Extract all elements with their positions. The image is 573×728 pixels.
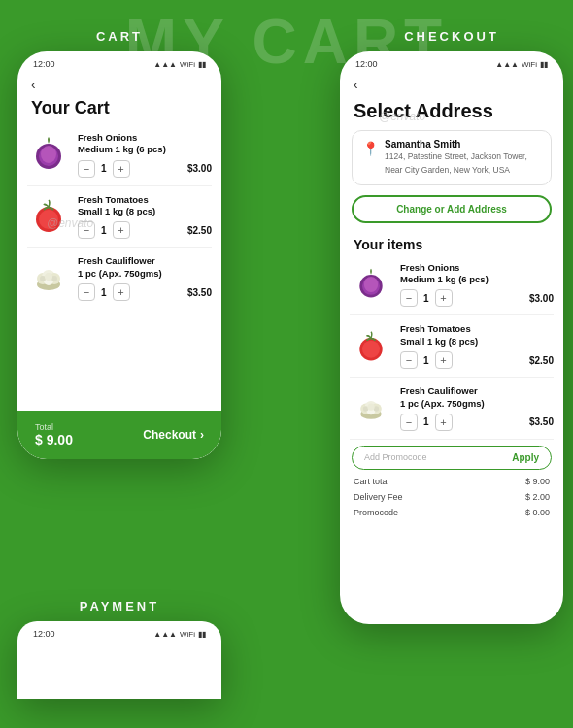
tomato-controls: − 1 + $2.50 — [78, 221, 212, 239]
checkout-tomato-controls: − 1 + $2.50 — [400, 351, 554, 369]
checkout-bar[interactable]: Total $ 9.00 Checkout › — [17, 411, 221, 459]
payment-battery-icon: ▮▮ — [198, 630, 206, 639]
checkout-cauliflower-plus-btn[interactable]: + — [435, 414, 453, 431]
cart-label: CART — [17, 29, 221, 44]
promo-label: Promocode — [354, 508, 398, 517]
tomato-name: Fresh TomatoesSmall 1 kg (8 pcs) — [78, 194, 212, 218]
tomato-qty: 1 — [101, 225, 107, 236]
cauliflower-price: $3.50 — [187, 287, 212, 298]
onion-image — [27, 133, 70, 176]
svg-point-15 — [364, 277, 378, 292]
cart-item-tomato: Fresh TomatoesSmall 1 kg (8 pcs) − 1 + $… — [17, 188, 221, 246]
signal-icon: ▲▲▲ — [153, 60, 177, 69]
tomato-plus-btn[interactable]: + — [113, 221, 130, 239]
onion-price: $3.00 — [187, 163, 212, 174]
checkout-back-button[interactable]: ‹ — [340, 73, 563, 96]
cauliflower-minus-btn[interactable]: − — [78, 283, 95, 301]
cart-item-onion: Fresh OnionsMedium 1 kg (6 pcs) − 1 + $3… — [17, 126, 221, 183]
checkout-onion-controls: − 1 + $3.00 — [400, 289, 554, 307]
checkout-cauliflower-image — [350, 387, 392, 430]
cart-status-icons: ▲▲▲ WiFi ▮▮ — [153, 60, 206, 69]
cart-section: CART 12:00 ▲▲▲ WiFi ▮▮ ‹ Your Cart @enva… — [17, 29, 221, 459]
checkout-onion-qty: 1 — [423, 293, 429, 304]
wifi-icon: WiFi — [180, 60, 195, 69]
onion-details: Fresh OnionsMedium 1 kg (6 pcs) − 1 + $3… — [78, 132, 212, 178]
checkout-section: CHECKOUT 12:00 ▲▲▲ WiFi ▮▮ ‹ Select Addr… — [340, 29, 563, 624]
checkout-onion-plus-btn[interactable]: + — [435, 289, 453, 307]
onion-plus-btn[interactable]: + — [113, 160, 130, 178]
cart-time: 12:00 — [33, 59, 55, 69]
checkout-time: 12:00 — [355, 59, 378, 69]
apply-button[interactable]: Apply — [512, 452, 539, 463]
cauliflower-controls: − 1 + $3.50 — [78, 283, 212, 301]
checkout-item-tomato: Fresh TomatoesSmall 1 kg (8 pcs) − 1 + $… — [340, 317, 563, 375]
change-address-button[interactable]: Change or Add Address — [352, 195, 552, 223]
tomato-minus-btn[interactable]: − — [78, 221, 95, 239]
checkout-phone: 12:00 ▲▲▲ WiFi ▮▮ ‹ Select Address @enva… — [340, 51, 563, 624]
checkout-tomato-details: Fresh TomatoesSmall 1 kg (8 pcs) − 1 + $… — [400, 323, 554, 369]
cart-item-cauliflower: Fresh Cauliflower1 pc (Apx. 750gms) − 1 … — [17, 249, 221, 307]
pin-icon: 📍 — [362, 141, 379, 156]
total-amount: $ 9.00 — [35, 432, 73, 447]
svg-point-4 — [39, 210, 58, 229]
address-name: Samantha Smith — [385, 139, 527, 149]
delivery-value: $ 2.00 — [525, 492, 550, 502]
checkout-onion-details: Fresh OnionsMedium 1 kg (6 pcs) − 1 + $3… — [400, 262, 554, 308]
checkout-tomato-name: Fresh TomatoesSmall 1 kg (8 pcs) — [400, 323, 554, 347]
payment-time: 12:00 — [33, 629, 55, 639]
checkout-divider-2 — [350, 377, 554, 378]
checkout-onion-minus-btn[interactable]: − — [400, 289, 418, 307]
onion-qty: 1 — [101, 163, 107, 174]
checkout-tomato-price: $2.50 — [529, 355, 554, 366]
checkout-chevron-icon: › — [200, 428, 204, 442]
cart-back-button[interactable]: ‹ — [17, 73, 221, 96]
checkout-divider-3 — [350, 439, 554, 440]
promo-value: $ 0.00 — [525, 508, 550, 517]
onion-name: Fresh OnionsMedium 1 kg (6 pcs) — [78, 132, 212, 156]
checkout-status-icons: ▲▲▲ WiFi ▮▮ — [495, 60, 548, 69]
divider-2 — [27, 247, 212, 248]
checkout-cauliflower-minus-btn[interactable]: − — [400, 414, 418, 431]
cart-phone-header: 12:00 ▲▲▲ WiFi ▮▮ — [17, 51, 221, 73]
payment-section: PAYMENT 12:00 ▲▲▲ WiFi ▮▮ — [17, 599, 221, 699]
checkout-onion-price: $3.00 — [529, 293, 554, 304]
svg-point-2 — [41, 146, 56, 163]
summary-delivery: Delivery Fee $ 2.00 — [340, 489, 563, 505]
checkout-cauliflower-price: $3.50 — [529, 416, 554, 427]
summary-promo: Promocode $ 0.00 — [340, 505, 563, 520]
checkout-battery-icon: ▮▮ — [540, 60, 548, 69]
checkout-cauliflower-controls: − 1 + $3.50 — [400, 414, 554, 431]
payment-signal-icon: ▲▲▲ — [153, 630, 177, 639]
cauliflower-qty: 1 — [101, 287, 107, 298]
checkout-cauliflower-name: Fresh Cauliflower1 pc (Apx. 750gms) — [400, 385, 554, 410]
tomato-details: Fresh TomatoesSmall 1 kg (8 pcs) − 1 + $… — [78, 194, 212, 240]
checkout-cauliflower-qty: 1 — [423, 416, 429, 427]
payment-phone-stub: 12:00 ▲▲▲ WiFi ▮▮ — [17, 621, 221, 699]
checkout-label: CHECKOUT — [340, 29, 563, 44]
battery-icon: ▮▮ — [198, 60, 206, 69]
cauliflower-name: Fresh Cauliflower1 pc (Apx. 750gms) — [78, 255, 212, 280]
promo-placeholder[interactable]: Add Promocode — [364, 452, 427, 462]
onion-controls: − 1 + $3.00 — [78, 160, 212, 178]
cart-title: Your Cart — [17, 96, 221, 126]
tomato-image — [27, 195, 70, 238]
checkout-tomato-image — [350, 325, 392, 368]
checkout-onion-name: Fresh OnionsMedium 1 kg (6 pcs) — [400, 262, 554, 286]
onion-minus-btn[interactable]: − — [78, 160, 95, 178]
checkout-btn-label: Checkout — [143, 428, 196, 442]
checkout-onion-image — [350, 263, 392, 306]
svg-point-17 — [362, 341, 380, 358]
checkout-divider-1 — [350, 314, 554, 315]
cart-total-value: $ 9.00 — [525, 477, 550, 486]
checkout-tomato-plus-btn[interactable]: + — [435, 351, 453, 369]
cauliflower-plus-btn[interactable]: + — [113, 283, 130, 301]
address-block: 📍 Samantha Smith 1124, Patestine Street,… — [352, 130, 552, 185]
address-details: Samantha Smith 1124, Patestine Street, J… — [385, 139, 527, 177]
payment-label: PAYMENT — [17, 599, 221, 613]
checkout-button[interactable]: Checkout › — [143, 428, 204, 442]
summary-cart-total: Cart total $ 9.00 — [340, 474, 563, 489]
checkout-title: Select Address — [340, 96, 563, 130]
checkout-item-onion: Fresh OnionsMedium 1 kg (6 pcs) − 1 + $3… — [340, 256, 563, 314]
checkout-phone-header: 12:00 ▲▲▲ WiFi ▮▮ — [340, 51, 563, 73]
checkout-tomato-minus-btn[interactable]: − — [400, 351, 418, 369]
